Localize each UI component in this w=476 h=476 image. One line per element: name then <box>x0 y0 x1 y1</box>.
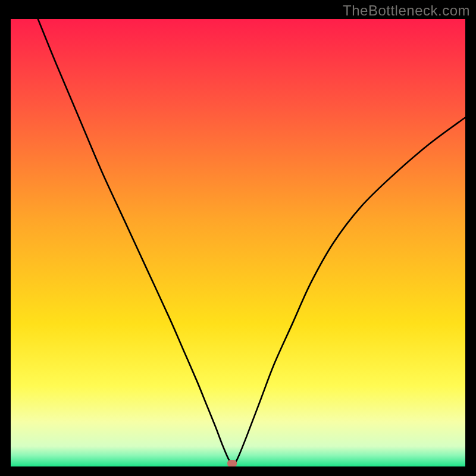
plot-area <box>11 19 465 466</box>
optimum-marker <box>227 460 237 466</box>
watermark-text: TheBottleneck.com <box>343 2 470 19</box>
bottleneck-curve <box>11 19 465 466</box>
chart-frame: TheBottleneck.com <box>0 0 476 476</box>
